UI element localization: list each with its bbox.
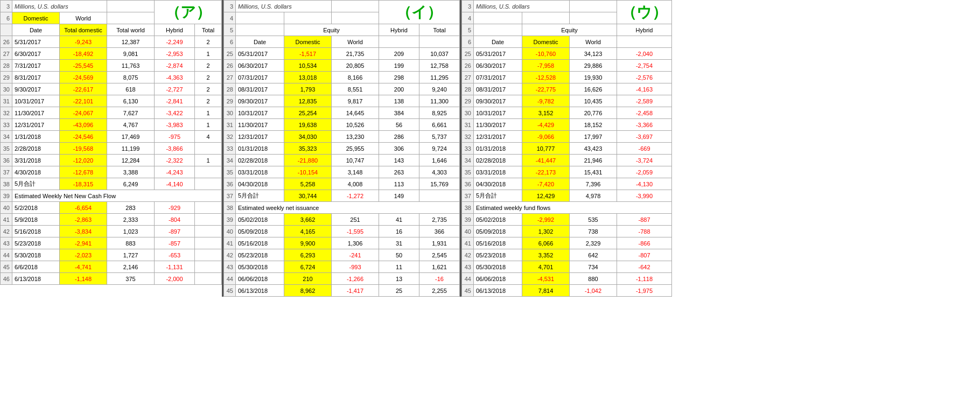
- total-domestic-header: Total domestic: [60, 24, 107, 36]
- world-col-header-u: World: [570, 36, 617, 48]
- kana-i: （イ）: [379, 1, 460, 24]
- table-u: 3 Millions, U.S. dollars （ウ） 4 5 Equity …: [461, 0, 672, 297]
- table-row: 309/30/2017-22,617618-2,7272: [1, 83, 222, 95]
- table-row: 3312/31/2017-43,0964,767-3,9831: [1, 119, 222, 131]
- millions-label-a: Millions, U.S. dollars: [12, 1, 107, 12]
- table-row: 385月合計-18,3156,249-4,140: [1, 178, 222, 190]
- estimated-row-i: 38Estimated weekly net issuance: [224, 202, 460, 214]
- domestic-col-header-u: Domestic: [522, 36, 570, 48]
- table-row: 4506/13/20188,962-1,417252,255: [224, 285, 460, 297]
- table-row: 374/30/2018-12,6783,388-4,243: [1, 166, 222, 178]
- table-row: 3212/31/2017-9,06617,997-3,697: [462, 131, 672, 143]
- table-row: 3402/28/2018-41,44721,946-3,724: [462, 155, 672, 166]
- domestic-header-a: Domestic: [12, 12, 60, 24]
- table-row: 4305/30/20184,701734-642: [462, 261, 672, 273]
- table-row: 2808/31/20171,7938,5512009,240: [224, 83, 460, 95]
- table-row: 3010/31/20173,15220,776-2,458: [462, 107, 672, 119]
- section-i: 3 Millions, U.S. dollars （イ） 4 5 Equity …: [222, 0, 460, 297]
- equity-header-u: Equity: [522, 24, 617, 36]
- table-row: 2505/31/2017-1,51721,73520910,037: [224, 48, 460, 60]
- table-row: 375月合計12,4294,978-3,990: [462, 190, 672, 202]
- header-row-3: 3 Millions, U.S. dollars （ア）: [1, 1, 222, 12]
- table-row: 2707/31/2017-12,52819,930-2,576: [462, 72, 672, 83]
- domestic-col-header-i: Domestic: [284, 36, 332, 48]
- table-row: 415/9/2018-2,8632,333-804: [1, 214, 222, 226]
- table-row: 2707/31/201713,0188,16629811,295: [224, 72, 460, 83]
- header-row-3-u: 3 Millions, U.S. dollars （ウ）: [462, 1, 672, 12]
- table-row: 352/28/2018-19,56811,199-3,866: [1, 143, 222, 155]
- table-row: 4005/09/20181,302738-788: [462, 226, 672, 237]
- total-col-header-a: Total: [195, 24, 222, 36]
- table-row: 2909/30/2017-9,78210,435-2,589: [462, 95, 672, 107]
- hybrid-header-u: Hybrid: [617, 24, 672, 36]
- table-row: 3211/30/2017-24,0677,627-3,4221: [1, 107, 222, 119]
- total-world-header: Total world: [107, 24, 155, 36]
- table-row: 4105/16/20189,9001,306311,931: [224, 237, 460, 249]
- table-a: 3 Millions, U.S. dollars （ア） 6 Domestic …: [0, 0, 222, 285]
- date-spacer-i: [236, 24, 284, 36]
- table-row: 3503/31/2018-10,1543,1482634,303: [224, 166, 460, 178]
- table-row: 445/30/2018-2,0231,727-653: [1, 249, 222, 261]
- table-row: 265/31/2017-9,24312,387-2,2492: [1, 36, 222, 48]
- hybrid-header-i: Hybrid: [379, 24, 419, 36]
- table-row: 2808/31/2017-22,77516,626-4,163: [462, 83, 672, 95]
- table-row: 2606/30/2017-7,95829,886-2,754: [462, 60, 672, 72]
- table-row: 3010/31/201725,25414,6453848,925: [224, 107, 460, 119]
- table-row: 2505/31/2017-10,76034,123-2,040: [462, 48, 672, 60]
- kana-u: （ウ）: [617, 1, 672, 24]
- table-row: 3301/31/201835,32325,9553069,724: [224, 143, 460, 155]
- table-row: 435/23/2018-2,941883-857: [1, 237, 222, 249]
- kana-a: （ア）: [155, 1, 222, 24]
- table-row: 2606/30/201710,53420,80519912,758: [224, 60, 460, 72]
- table-row: 4305/30/20186,724-993111,621: [224, 261, 460, 273]
- table-row: 375月合計30,744-1,272149: [224, 190, 460, 202]
- table-row: 4205/23/20183,352642-807: [462, 249, 672, 261]
- table-row: 4506/13/20187,814-1,042-1,975: [462, 285, 672, 297]
- estimated-row-u: 38Estimated weekly fund flows: [462, 202, 672, 214]
- estimated-row-a: 39Estimated Weekly Net New Cash Flow: [1, 190, 222, 202]
- table-row: 2909/30/201712,8359,81713811,300: [224, 95, 460, 107]
- table-row: 3111/30/2017-4,42918,152-3,366: [462, 119, 672, 131]
- table-row: 4105/16/20186,0662,329-866: [462, 237, 672, 249]
- table-row: 3111/30/201719,63810,526566,661: [224, 119, 460, 131]
- main-container: 3 Millions, U.S. dollars （ア） 6 Domestic …: [0, 0, 980, 297]
- table-row: 363/31/2018-12,02012,284-2,3221: [1, 155, 222, 166]
- total-header-i: Total: [419, 24, 460, 36]
- equity-header-row: 5 Equity Hybrid Total: [224, 24, 460, 36]
- table-row: 276/30/2017-18,4929,081-2,9531: [1, 48, 222, 60]
- table-row: 341/31/2018-24,54617,469-9754: [1, 131, 222, 143]
- table-row: 4406/06/2018210-1,26613-16: [224, 273, 460, 285]
- hybrid-col-header-a: Hybrid: [155, 24, 195, 36]
- col-header-row-a: Date Total domestic Total world Hybrid T…: [1, 24, 222, 36]
- table-row: 4205/23/20186,293-241502,545: [224, 249, 460, 261]
- table-row: 287/31/2017-25,54511,763-2,8742: [1, 60, 222, 72]
- table-row: 3905/02/2018-2,992535-887: [462, 214, 672, 226]
- row-num: 3: [1, 1, 12, 12]
- date-col-header-i: Date: [236, 36, 284, 48]
- section-a: 3 Millions, U.S. dollars （ア） 6 Domestic …: [0, 0, 222, 297]
- table-row: 3905/02/20183,662251412,735: [224, 214, 460, 226]
- col-header-row-u: 6 Date Domestic World: [462, 36, 672, 48]
- table-row: 3604/30/20185,2584,00811315,769: [224, 178, 460, 190]
- table-row: 456/6/2018-4,7412,146-1,131: [1, 261, 222, 273]
- equity-header-row-u: 5 Equity Hybrid: [462, 24, 672, 36]
- table-row: 3110/31/2017-22,1016,130-2,8412: [1, 95, 222, 107]
- col-header-row-i: 6 Date Domestic World: [224, 36, 460, 48]
- table-row: 3212/31/201734,03013,2302865,737: [224, 131, 460, 143]
- section-u: 3 Millions, U.S. dollars （ウ） 4 5 Equity …: [460, 0, 672, 297]
- date-col-header-u: Date: [474, 36, 522, 48]
- table-row: 4005/09/20184,165-1,59516366: [224, 226, 460, 237]
- equity-header: Equity: [284, 24, 379, 36]
- table-row: 3503/31/2018-22,17315,431-2,059: [462, 166, 672, 178]
- world-header-a: World: [60, 12, 107, 24]
- table-row: 425/16/2018-3,8341,023-897: [1, 226, 222, 237]
- table-row: 4406/06/2018-4,531880-1,118: [462, 273, 672, 285]
- table-i: 3 Millions, U.S. dollars （イ） 4 5 Equity …: [223, 0, 460, 297]
- table-row: 3402/28/2018-21,88010,7471431,646: [224, 155, 460, 166]
- header-row-3-i: 3 Millions, U.S. dollars （イ）: [224, 1, 460, 12]
- world-col-header-i: World: [332, 36, 379, 48]
- table-row: 3604/30/2018-7,4207,396-4,130: [462, 178, 672, 190]
- table-row: 466/13/2018-1,148375-2,000: [1, 273, 222, 285]
- table-row: 405/2/2018-6,654283-929: [1, 202, 222, 214]
- table-row: 298/31/2017-24,5698,075-4,3632: [1, 72, 222, 83]
